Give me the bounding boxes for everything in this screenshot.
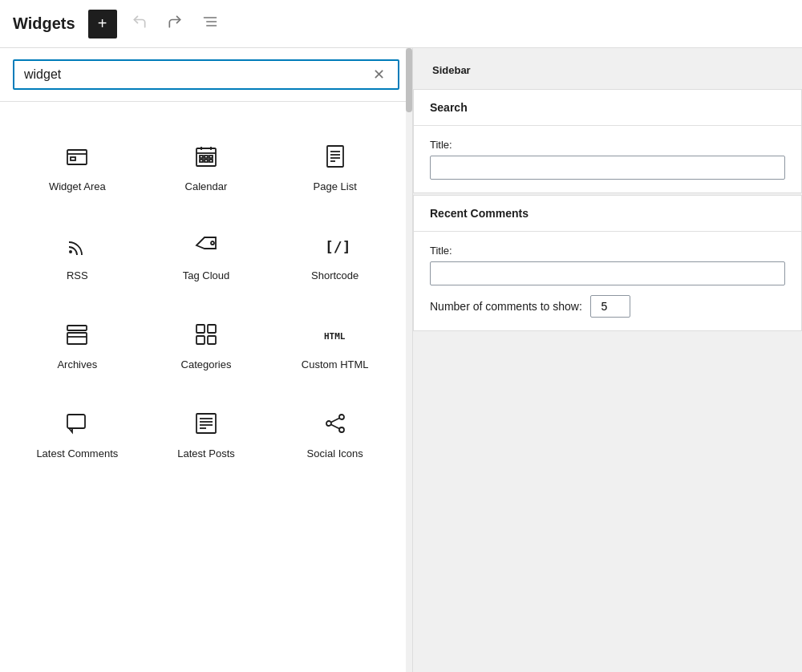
rss-label: RSS — [67, 269, 88, 283]
svg-rect-12 — [209, 156, 213, 158]
recent-comments-block-header[interactable]: Recent Comments — [414, 196, 801, 232]
svg-rect-14 — [205, 160, 208, 162]
svg-line-42 — [331, 424, 339, 428]
widget-item-page-list[interactable]: Page List — [270, 121, 399, 210]
widget-item-categories[interactable]: Categories — [142, 299, 271, 388]
menu-icon — [202, 14, 218, 34]
search-container: ✕ — [0, 48, 412, 102]
svg-point-39 — [326, 421, 331, 426]
page-list-label: Page List — [314, 180, 357, 194]
redo-icon — [167, 14, 183, 34]
search-block-title: Search — [430, 101, 468, 114]
svg-point-40 — [339, 427, 344, 432]
search-title-label: Title: — [430, 139, 785, 151]
svg-rect-16 — [327, 146, 343, 167]
svg-rect-5 — [71, 157, 75, 160]
comments-count-row: Number of comments to show: — [430, 295, 785, 318]
widget-item-rss[interactable]: RSS — [13, 210, 142, 299]
plus-icon: + — [98, 14, 107, 33]
page-title: Widgets — [13, 14, 75, 33]
svg-point-21 — [69, 250, 72, 253]
add-widget-button[interactable]: + — [88, 10, 117, 38]
social-icons-label: Social Icons — [307, 447, 363, 461]
widget-item-widget-area[interactable]: Widget Area — [13, 121, 142, 210]
sidebar-label: Sidebar — [413, 64, 802, 89]
left-panel: ✕ Widget Area — [0, 48, 413, 672]
widget-grid: Widget Area — [0, 102, 412, 672]
widget-item-calendar[interactable]: Calendar — [142, 121, 271, 210]
latest-comments-label: Latest Comments — [36, 447, 118, 461]
widget-item-archives[interactable]: Archives — [13, 299, 142, 388]
latest-comments-icon — [61, 407, 93, 439]
undo-icon — [132, 14, 148, 34]
widget-area-icon — [61, 140, 93, 172]
widget-item-tag-cloud[interactable]: Tag Cloud — [142, 210, 271, 299]
comments-count-input[interactable] — [590, 295, 630, 318]
widget-item-custom-html[interactable]: HTML Custom HTML — [270, 299, 399, 388]
svg-text:[/]: [/] — [325, 238, 348, 255]
comments-title-input[interactable] — [430, 261, 785, 285]
categories-icon — [190, 318, 222, 350]
latest-posts-icon — [190, 407, 222, 439]
rss-icon — [61, 229, 93, 261]
custom-html-label: Custom HTML — [302, 358, 369, 372]
main-layout: ✕ Widget Area — [0, 48, 802, 672]
search-block-header[interactable]: Search — [414, 90, 801, 126]
recent-comments-widget-block: Recent Comments Title: Number of comment… — [413, 195, 802, 331]
shortcode-label: Shortcode — [311, 269, 358, 283]
widget-item-latest-comments[interactable]: Latest Comments — [13, 388, 142, 477]
svg-rect-30 — [208, 336, 216, 344]
search-input-wrapper: ✕ — [13, 59, 399, 90]
redo-button[interactable] — [162, 9, 188, 38]
recent-comments-block-title: Recent Comments — [430, 207, 529, 220]
shortcode-icon: [/] — [319, 229, 351, 261]
recent-comments-block-body: Title: Number of comments to show: — [414, 232, 801, 330]
undo-button[interactable] — [127, 9, 152, 38]
svg-rect-13 — [200, 160, 203, 162]
widget-grid-inner: Widget Area — [13, 121, 399, 477]
svg-point-38 — [339, 415, 344, 419]
widget-area-label: Widget Area — [49, 180, 106, 194]
svg-rect-33 — [196, 414, 216, 433]
social-icons-icon — [319, 407, 351, 439]
menu-button[interactable] — [197, 9, 223, 38]
svg-rect-15 — [209, 160, 213, 162]
search-input[interactable] — [24, 67, 370, 82]
svg-rect-27 — [196, 325, 205, 333]
comments-count-label: Number of comments to show: — [430, 300, 582, 313]
svg-text:HTML: HTML — [324, 331, 346, 342]
svg-rect-24 — [67, 326, 87, 330]
comments-title-label: Title: — [430, 245, 785, 257]
categories-label: Categories — [181, 358, 232, 372]
search-block-body: Title: — [414, 126, 801, 192]
archives-icon — [61, 318, 93, 350]
search-widget-block: Search Title: — [413, 89, 802, 193]
right-panel: Sidebar Search Title: Recent Comments Ti… — [413, 48, 802, 672]
latest-posts-label: Latest Posts — [177, 447, 235, 461]
page-list-icon — [319, 140, 351, 172]
search-title-input[interactable] — [430, 156, 785, 180]
app-header: Widgets + — [0, 0, 802, 48]
scroll-thumb[interactable] — [406, 48, 412, 112]
widget-item-shortcode[interactable]: [/] Shortcode — [270, 210, 399, 299]
custom-html-icon: HTML — [319, 318, 351, 350]
svg-rect-29 — [196, 336, 205, 344]
tag-cloud-label: Tag Cloud — [183, 269, 230, 283]
tag-cloud-icon — [190, 229, 222, 261]
widget-item-latest-posts[interactable]: Latest Posts — [142, 388, 271, 477]
svg-rect-28 — [208, 325, 216, 333]
archives-label: Archives — [57, 358, 97, 372]
clear-search-button[interactable]: ✕ — [370, 67, 388, 82]
svg-line-41 — [331, 418, 339, 422]
widget-item-social-icons[interactable]: Social Icons — [270, 388, 399, 477]
svg-rect-10 — [200, 156, 203, 158]
svg-point-22 — [211, 241, 214, 245]
svg-rect-32 — [67, 415, 85, 428]
svg-rect-11 — [205, 156, 208, 158]
calendar-icon — [190, 140, 222, 172]
svg-rect-25 — [67, 333, 87, 344]
scroll-track — [406, 48, 412, 672]
calendar-label: Calendar — [185, 180, 228, 194]
